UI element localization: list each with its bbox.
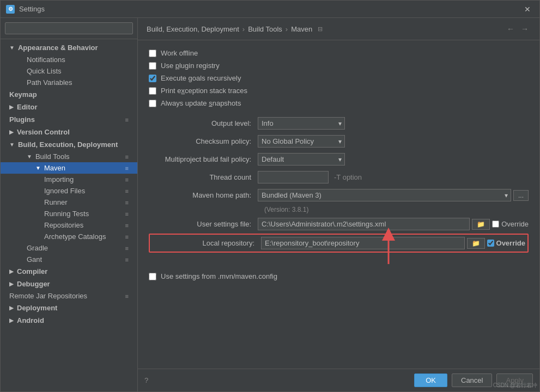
local-repo-group: 📁 Override — [261, 237, 525, 249]
multiproject-select[interactable]: Default — [258, 153, 345, 166]
sidebar-item-quick-lists[interactable]: Quick Lists — [1, 65, 137, 77]
sidebar-item-maven[interactable]: ▼ Maven ≡ — [1, 162, 137, 174]
sidebar-item-version-control[interactable]: ▶ Version Control — [1, 126, 137, 138]
local-repo-label: Local repository: — [152, 239, 261, 247]
use-settings-checkbox[interactable] — [149, 273, 156, 280]
checksum-policy-control: No Global Policy — [258, 135, 529, 148]
plugins-settings-icon: ≡ — [125, 117, 129, 123]
maven-version-note: (Version: 3.8.1) — [149, 205, 529, 218]
checksum-policy-select[interactable]: No Global Policy — [258, 135, 345, 148]
maven-home-browse-button[interactable]: ... — [513, 190, 529, 201]
user-settings-input[interactable] — [258, 218, 470, 230]
sidebar-item-runner[interactable]: Runner ≡ — [1, 197, 137, 208]
local-repo-override-checkbox[interactable] — [487, 240, 494, 247]
use-settings-row: Use settings from .mvn/maven.config — [149, 272, 529, 280]
close-button[interactable]: ✕ — [521, 4, 534, 15]
output-level-control: Info — [258, 117, 529, 130]
user-settings-override-checkbox[interactable] — [492, 220, 499, 228]
cancel-button[interactable]: Cancel — [452, 373, 492, 387]
breadcrumb: Build, Execution, Deployment › Build Too… — [138, 18, 539, 40]
maven-icon: ≡ — [125, 165, 129, 171]
output-level-select[interactable]: Info — [258, 117, 345, 130]
sidebar-item-appearance-behavior[interactable]: ▼ Appearance & Behavior — [1, 41, 137, 54]
user-settings-group: 📁 Override — [258, 218, 529, 230]
sidebar-item-gant[interactable]: Gant ≡ — [1, 254, 137, 265]
window-title: Settings — [19, 5, 521, 13]
content-area: ▼ Appearance & Behavior Notifications Qu… — [1, 18, 539, 391]
local-repo-input[interactable] — [261, 237, 465, 249]
maven-home-select[interactable]: Bundled (Maven 3) — [258, 189, 511, 201]
running-tests-icon: ≡ — [125, 211, 129, 217]
user-settings-browse-button[interactable]: 📁 — [472, 219, 490, 230]
collapse-icon-compiler: ▶ — [9, 268, 14, 274]
work-offline-label: Work offline — [161, 49, 198, 57]
work-offline-checkbox[interactable] — [149, 50, 156, 57]
print-exception-row: Print exception stack traces — [149, 87, 529, 95]
collapse-icon: ▼ — [9, 45, 15, 51]
use-plugin-registry-checkbox[interactable] — [149, 62, 156, 70]
ok-button[interactable]: OK — [414, 373, 447, 387]
sidebar-item-android[interactable]: ▶ Android — [1, 314, 137, 327]
local-repo-override-group: Override — [487, 239, 525, 247]
sidebar-item-notifications[interactable]: Notifications — [1, 54, 137, 65]
sidebar-item-running-tests[interactable]: Running Tests ≡ — [1, 208, 137, 219]
repos-icon: ≡ — [125, 222, 129, 229]
output-level-row: Output level: Info — [149, 117, 529, 130]
local-repo-browse-button[interactable]: 📁 — [467, 238, 485, 249]
sidebar-item-keymap[interactable]: Keymap — [1, 88, 137, 101]
forward-button[interactable]: → — [519, 23, 531, 34]
thread-count-input[interactable] — [258, 171, 329, 183]
collapse-icon-maven: ▼ — [35, 165, 41, 171]
breadcrumb-arrow1: › — [242, 25, 245, 33]
archetype-icon: ≡ — [125, 234, 129, 240]
user-settings-row: User settings file: 📁 Override — [149, 218, 529, 230]
multiproject-label: Multiproject build fail policy: — [149, 155, 258, 163]
sidebar-item-debugger[interactable]: ▶ Debugger — [1, 278, 137, 290]
sidebar-item-path-variables[interactable]: Path Variables — [1, 77, 137, 88]
help-icon[interactable]: ? — [144, 376, 148, 384]
breadcrumb-part2: Build Tools — [248, 25, 282, 33]
thread-count-label: Thread count — [149, 173, 258, 181]
maven-home-row: Maven home path: Bundled (Maven 3) ... — [149, 189, 529, 201]
checksum-policy-select-wrapper: No Global Policy — [258, 135, 345, 148]
local-repo-override-label: Override — [496, 239, 525, 247]
sidebar: ▼ Appearance & Behavior Notifications Qu… — [1, 18, 138, 391]
sidebar-item-remote-jar[interactable]: Remote Jar Repositories ≡ — [1, 290, 137, 302]
maven-home-group: Bundled (Maven 3) ... — [258, 189, 529, 201]
collapse-icon-debugger: ▶ — [9, 281, 14, 287]
sidebar-item-plugins[interactable]: Plugins ≡ — [1, 113, 137, 126]
sidebar-item-editor[interactable]: ▶ Editor — [1, 101, 137, 113]
collapse-icon-deployment: ▶ — [9, 305, 14, 311]
nav-controls: ← → — [505, 23, 531, 34]
sidebar-item-deployment[interactable]: ▶ Deployment — [1, 302, 137, 314]
execute-goals-checkbox[interactable] — [149, 75, 156, 82]
ignored-icon: ≡ — [125, 188, 129, 194]
search-input[interactable] — [5, 22, 133, 34]
output-level-select-wrapper: Info — [258, 117, 345, 130]
always-update-row: Always update snapshots — [149, 99, 529, 107]
thread-count-row: Thread count -T option — [149, 171, 529, 183]
sidebar-item-ignored-files[interactable]: Ignored Files ≡ — [1, 185, 137, 197]
sidebar-item-repositories[interactable]: Repositories ≡ — [1, 219, 137, 231]
sidebar-item-build-execution[interactable]: ▼ Build, Execution, Deployment — [1, 138, 137, 151]
always-update-label: Always update snapshots — [161, 99, 241, 107]
collapse-icon-bed: ▼ — [9, 142, 15, 148]
execute-goals-label: Execute goals recursively — [161, 74, 241, 82]
output-level-label: Output level: — [149, 119, 258, 127]
back-button[interactable]: ← — [505, 23, 517, 34]
sidebar-item-build-tools[interactable]: ▼ Build Tools ≡ — [1, 151, 137, 162]
breadcrumb-menu-icon[interactable]: ⊟ — [318, 26, 323, 33]
local-repo-row: Local repository: 📁 Override — [149, 234, 529, 253]
sidebar-item-importing[interactable]: Importing ≡ — [1, 174, 137, 185]
collapse-icon-vc: ▶ — [9, 129, 14, 135]
use-plugin-registry-label: Use plugin registry — [161, 62, 220, 70]
collapse-icon-bt: ▼ — [27, 154, 32, 160]
always-update-checkbox[interactable] — [149, 100, 156, 107]
sidebar-item-archetype-catalogs[interactable]: Archetype Catalogs ≡ — [1, 231, 137, 242]
print-exception-checkbox[interactable] — [149, 87, 156, 95]
sidebar-item-gradle[interactable]: Gradle ≡ — [1, 242, 137, 254]
sidebar-item-compiler[interactable]: ▶ Compiler — [1, 265, 137, 278]
title-bar: ⚙ Settings ✕ — [1, 1, 539, 18]
sidebar-nav: ▼ Appearance & Behavior Notifications Qu… — [1, 39, 137, 391]
main-panel: Build, Execution, Deployment › Build Too… — [138, 18, 539, 391]
